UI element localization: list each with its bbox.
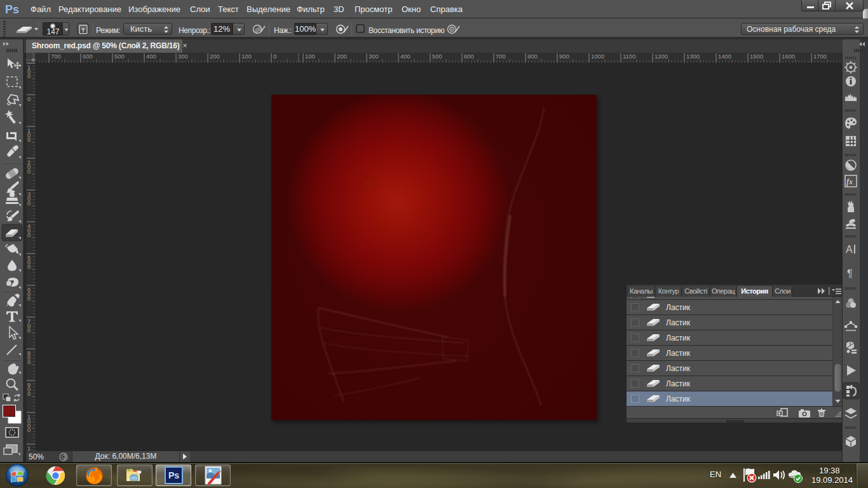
svg-text:1100: 1100	[623, 53, 635, 60]
svg-text:1500: 1500	[750, 53, 763, 60]
svg-text:0: 0	[273, 53, 276, 60]
svg-text:600: 600	[83, 53, 93, 60]
svg-text:300: 300	[369, 53, 379, 60]
svg-text:fx: fx	[846, 177, 853, 186]
svg-text:0: 0	[27, 136, 31, 143]
svg-text:1400: 1400	[718, 53, 731, 60]
svg-text:600: 600	[464, 53, 474, 60]
svg-text:500: 500	[432, 53, 442, 60]
svg-text:400: 400	[400, 53, 410, 60]
svg-text:0: 0	[27, 231, 31, 238]
svg-text:200: 200	[210, 53, 220, 60]
svg-text:0: 0	[27, 390, 31, 397]
svg-text:100: 100	[241, 53, 252, 60]
svg-text:0: 0	[27, 168, 31, 175]
svg-text:0: 0	[27, 200, 31, 207]
svg-text:0: 0	[27, 95, 31, 102]
svg-text:0: 0	[27, 426, 31, 433]
svg-text:700: 700	[51, 53, 61, 60]
svg-text:300: 300	[178, 53, 188, 60]
svg-text:0: 0	[27, 358, 31, 365]
svg-text:1700: 1700	[813, 53, 827, 60]
svg-text:700: 700	[496, 53, 506, 60]
svg-text:100: 100	[305, 53, 315, 60]
svg-text:1200: 1200	[654, 53, 668, 60]
svg-text:200: 200	[337, 53, 347, 60]
svg-text:800: 800	[527, 53, 538, 60]
svg-text:¶: ¶	[847, 268, 853, 279]
svg-text:1300: 1300	[686, 53, 700, 60]
svg-text:0: 0	[27, 327, 31, 334]
svg-text:900: 900	[559, 53, 569, 60]
svg-text:400: 400	[146, 53, 156, 60]
svg-text:0: 0	[27, 263, 31, 270]
svg-text:0: 0	[27, 72, 31, 79]
svg-text:1000: 1000	[591, 53, 604, 60]
svg-text:A: A	[846, 244, 853, 255]
svg-text:0: 0	[27, 295, 31, 302]
svg-text:1600: 1600	[782, 53, 795, 60]
svg-text:500: 500	[114, 53, 125, 60]
